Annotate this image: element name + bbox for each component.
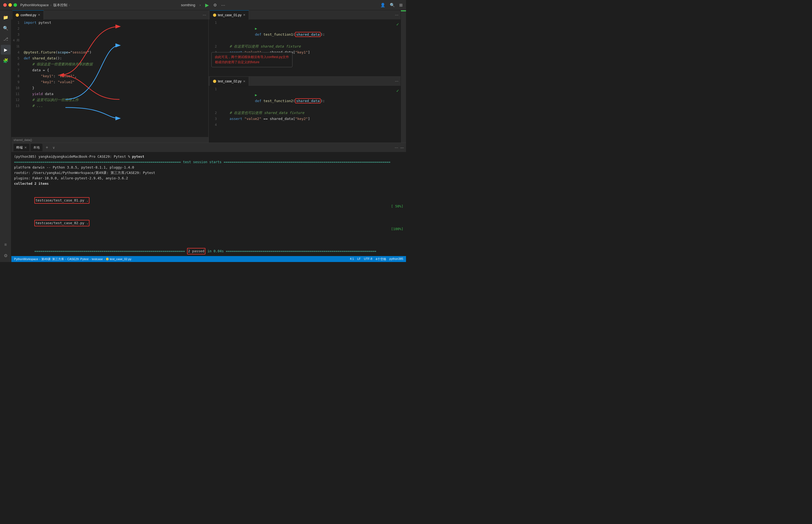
terminal-line: plugins: Faker-18.9.0, allure-pytest-2.9… xyxy=(14,176,403,181)
split-editors: conftest.py ✕ ⋯ 1 import pytest 2 xyxy=(11,10,406,143)
sidebar-item-layers[interactable]: ≡ xyxy=(1,240,11,249)
annotation-box: 由此可见，两个测试模块都没有导入conftest.py文件 都成功的使用了自定义… xyxy=(211,52,292,67)
close-button[interactable] xyxy=(3,3,7,7)
sidebar-item-extensions[interactable]: 🧩 xyxy=(1,56,11,65)
file-icon-bc xyxy=(106,258,109,260)
right-top-tab-bar: test_case_01.py ✕ ⋯ xyxy=(209,10,401,20)
sidebar-item-search[interactable]: 🔍 xyxy=(1,23,11,33)
status-bar-right: 4:1 LF UTF-8 4个空格 python385 xyxy=(350,257,403,261)
test01-result: testcase/test_case_01.py . xyxy=(34,197,90,204)
tab02-label: test_case_02.py xyxy=(218,79,241,83)
run-icon[interactable]: ▶ xyxy=(205,2,209,8)
tab-label: conftest.py xyxy=(20,13,36,17)
left-code-editor[interactable]: 1 import pytest 2 3 4 用法 xyxy=(11,20,208,137)
run-dot-2: ▶ xyxy=(255,93,257,97)
terminal-line: collected 2 items xyxy=(14,181,403,186)
terminal-tab-close[interactable]: ✕ xyxy=(24,146,27,149)
terminal-content[interactable]: (python385) yangkai@yangkaideMacBook-Pro… xyxy=(11,152,406,256)
right-bottom-editor[interactable]: 1 ▶ def test_function2(shared_data): 2 #… xyxy=(209,86,401,143)
terminal-tab-bar: 终端 ✕ 本地 + ∨ ⋯ — xyxy=(11,143,406,152)
add-terminal-button[interactable]: + xyxy=(44,145,50,150)
tab01-close-icon[interactable]: ✕ xyxy=(243,13,245,17)
maximize-button[interactable] xyxy=(14,3,17,7)
account-icon[interactable]: 👤 xyxy=(380,3,385,7)
debug-icon[interactable]: ⚙ xyxy=(213,3,217,7)
bc-workspace: PythonWorkspace xyxy=(14,258,38,261)
workspace-label: PythonWorkspace xyxy=(20,3,49,7)
check-icon: ✓ xyxy=(396,21,399,27)
tab02-more[interactable]: ⋯ xyxy=(395,79,398,83)
code-line: 10 } xyxy=(11,85,208,91)
left-editor-pane: conftest.py ✕ ⋯ 1 import pytest 2 xyxy=(11,10,209,143)
right-bottom-pane: test_case_02.py ✕ ⋯ 1 ▶ def test_functio… xyxy=(209,77,401,143)
code-line-highlighted2: 3 assert "value2" == shared_data["key2"] xyxy=(209,116,401,122)
check-icon-2: ✓ xyxy=(396,88,399,94)
left-tab-bar: conftest.py ✕ ⋯ xyxy=(11,10,208,20)
tab-more-icon[interactable]: ⋯ xyxy=(203,13,206,17)
terminal-line: rootdir: /Users/yangkai/PythonWorkspace/… xyxy=(14,170,403,176)
terminal-tab-label: 终端 xyxy=(16,145,23,150)
test02-result: testcase/test_case_02.py . xyxy=(34,220,90,226)
right-editor-area: test_case_01.py ✕ ⋯ 1 ▶ def test_functio… xyxy=(209,10,401,143)
vcs-label: 版本控制 xyxy=(53,3,67,7)
code-line: 12 # 这里可以执行一些清理工作 xyxy=(11,97,208,103)
code-line: 3 xyxy=(11,32,208,37)
terminal-chevron[interactable]: ∨ xyxy=(51,146,56,150)
code-line: 9 "key2": "value2" xyxy=(11,79,208,85)
terminal-actions: ⋯ — xyxy=(395,146,404,150)
terminal-split-icon[interactable]: ⋯ xyxy=(395,146,398,150)
indent-setting: 4个空格 xyxy=(376,257,386,261)
minimize-button[interactable] xyxy=(9,3,12,7)
project-chevron: › xyxy=(200,3,201,7)
right-gutter xyxy=(401,10,406,143)
sidebar: 📁 🔍 ⎇ ▶ 🧩 ≡ ⚙ xyxy=(0,10,11,262)
tab01-more[interactable]: ⋯ xyxy=(395,13,398,17)
project-name: somthing xyxy=(181,3,195,7)
sidebar-item-explorer[interactable]: 📁 xyxy=(1,13,11,22)
right-bottom-tab-bar: test_case_02.py ✕ ⋯ xyxy=(209,77,401,86)
bc-testcase: testcase xyxy=(92,258,103,261)
titlebar-right: 👤 🔍 ⊞ xyxy=(380,3,403,7)
code-line: 7 data = { xyxy=(11,67,208,73)
status-bar: PythonWorkspace › 第49课: 第三方库 › CASE29: P… xyxy=(11,256,406,262)
code-line: 1 ▶ def test_function2(shared_data): xyxy=(209,86,401,110)
terminal-tab[interactable]: 终端 ✕ xyxy=(14,144,30,151)
encoding: UTF-8 xyxy=(364,257,372,261)
status-text: shared_data() xyxy=(14,138,32,142)
terminal-line xyxy=(14,186,403,192)
traffic-lights xyxy=(3,3,17,7)
tab-close-icon[interactable]: ✕ xyxy=(38,13,40,17)
search-icon[interactable]: 🔍 xyxy=(390,3,395,7)
right-top-editor[interactable]: 1 ▶ def test_function1(shared_data): 2 #… xyxy=(209,20,401,77)
code-line: 5 def shared_data(): xyxy=(11,55,208,61)
layout-icon[interactable]: ⊞ xyxy=(399,3,403,7)
main-container: 📁 🔍 ⎇ ▶ 🧩 ≡ ⚙ conftest.py ✕ ⋯ xyxy=(0,10,406,262)
sidebar-item-run[interactable]: ▶ xyxy=(1,45,11,54)
bc-case: CASE29: Pytest xyxy=(67,258,89,261)
line-ending: LF xyxy=(357,257,361,261)
terminal-line xyxy=(14,237,403,243)
sidebar-item-settings[interactable]: ⚙ xyxy=(1,251,11,260)
conftest-tab[interactable]: conftest.py ✕ xyxy=(13,10,44,20)
test-case-01-tab[interactable]: test_case_01.py ✕ xyxy=(210,10,249,20)
file-icon-02 xyxy=(213,80,216,83)
terminal-line: ========================================… xyxy=(14,159,403,165)
terminal-passed-line: ========================================… xyxy=(14,243,403,256)
local-tab[interactable]: 本地 xyxy=(31,144,43,151)
bc-lesson: 第49课: 第三方库 xyxy=(41,257,64,261)
sidebar-item-vcs[interactable]: ⎇ xyxy=(1,34,11,44)
bc-file: test_case_02.py xyxy=(106,258,131,261)
minimap-bar xyxy=(401,10,406,11)
vcs-chevron: › xyxy=(69,3,70,7)
code-line: 2 # 在这里可以使用 shared_data fixture xyxy=(209,44,401,49)
more-icon[interactable]: ⋯ xyxy=(221,3,225,7)
file-icon xyxy=(16,14,19,17)
code-line: 1 ▶ def test_function1(shared_data): xyxy=(209,20,401,44)
terminal-line-test01: testcase/test_case_01.py . [ 50%] xyxy=(14,192,403,214)
editors-wrapper: conftest.py ✕ ⋯ 1 import pytest 2 xyxy=(11,10,406,262)
terminal-kill-icon[interactable]: — xyxy=(400,146,404,150)
code-line: 8 "key1": "value1", xyxy=(11,73,208,79)
tab02-close-icon[interactable]: ✕ xyxy=(243,80,245,83)
test-case-02-tab[interactable]: test_case_02.py ✕ xyxy=(210,77,249,86)
code-line: 4 用法 xyxy=(11,37,208,49)
